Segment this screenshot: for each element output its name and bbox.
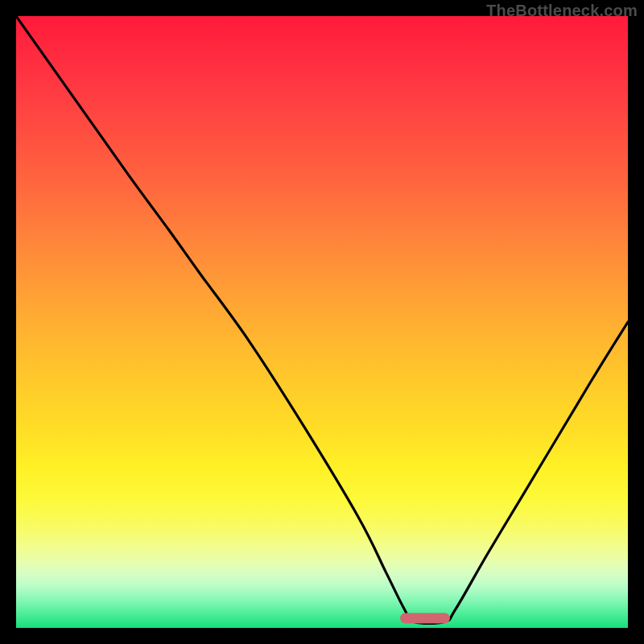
plot-area <box>16 16 628 628</box>
bottleneck-curve <box>16 16 628 628</box>
optimal-marker <box>400 613 450 623</box>
chart-frame: TheBottleneck.com <box>0 0 644 644</box>
